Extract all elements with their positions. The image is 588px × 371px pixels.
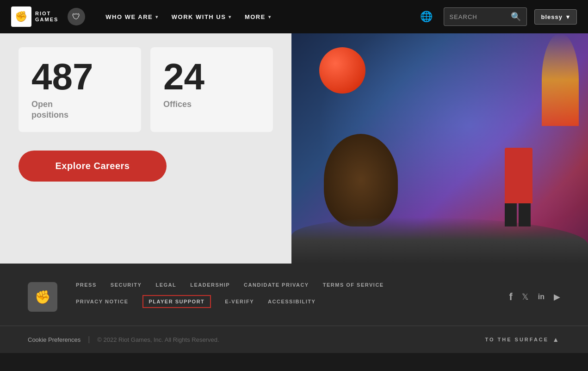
twitter-icon[interactable]: 𝕏 bbox=[522, 292, 529, 302]
search-input[interactable] bbox=[450, 13, 507, 20]
navbar: ✊ RIOT GAMES 🛡 WHO WE ARE ▾ WORK WITH US… bbox=[0, 0, 588, 33]
scene-ball bbox=[319, 47, 365, 94]
open-positions-label: Open positions bbox=[31, 99, 68, 121]
footer-bottom: Cookie Preferences | © 2022 Riot Games, … bbox=[28, 326, 560, 353]
creature-body bbox=[324, 134, 398, 226]
footer-link-player-support[interactable]: PLAYER SUPPORT bbox=[142, 295, 211, 308]
nav-shield-icon[interactable]: 🛡 bbox=[68, 8, 85, 25]
footer-links-row-1: PRESS SECURITY LEGAL LEADERSHIP CANDIDAT… bbox=[76, 282, 509, 288]
footer-nav: ✊ PRESS SECURITY LEGAL LEADERSHIP CANDID… bbox=[28, 282, 560, 326]
riot-games-logo-icon: ✊ bbox=[11, 6, 31, 27]
stat-card-positions: 487 Open positions bbox=[19, 47, 141, 132]
linkedin-icon[interactable]: in bbox=[538, 293, 545, 301]
facebook-icon[interactable]: f bbox=[509, 291, 512, 303]
footer: ✊ PRESS SECURITY LEGAL LEADERSHIP CANDID… bbox=[0, 264, 588, 353]
girl-leg-left bbox=[505, 203, 517, 226]
cookie-preferences-link[interactable]: Cookie Preferences bbox=[28, 336, 80, 343]
search-bar[interactable]: 🔍 bbox=[444, 7, 527, 26]
user-menu[interactable]: blessy ▾ bbox=[534, 9, 577, 25]
nav-link-work-with-us[interactable]: WORK WITH US ▾ bbox=[166, 10, 237, 24]
scene-fire bbox=[542, 33, 579, 126]
footer-bottom-left: Cookie Preferences | © 2022 Riot Games, … bbox=[28, 335, 219, 344]
scene-creature bbox=[315, 88, 407, 226]
stats-row: 487 Open positions 24 Offices bbox=[19, 47, 273, 132]
footer-social: f 𝕏 in ▶ bbox=[509, 291, 560, 303]
up-arrow-icon: ▲ bbox=[552, 336, 560, 343]
globe-icon[interactable]: 🌐 bbox=[416, 7, 436, 26]
footer-link-security[interactable]: SECURITY bbox=[111, 282, 142, 288]
footer-links-row-2: PRIVACY NOTICE PLAYER SUPPORT E-VERIFY A… bbox=[76, 295, 509, 308]
back-to-top-label: TO THE SURFACE bbox=[485, 337, 549, 342]
nav-link-more[interactable]: MORE ▾ bbox=[239, 10, 277, 24]
user-name: blessy bbox=[541, 13, 563, 20]
back-to-top-button[interactable]: TO THE SURFACE ▲ bbox=[485, 336, 560, 343]
scene-girl bbox=[505, 148, 532, 226]
offices-label: Offices bbox=[163, 99, 192, 110]
chevron-down-icon: ▾ bbox=[229, 14, 232, 19]
footer-link-accessibility[interactable]: ACCESSIBILITY bbox=[268, 299, 316, 304]
nav-link-who-we-are[interactable]: WHO WE ARE ▾ bbox=[100, 10, 164, 24]
girl-legs bbox=[505, 203, 532, 226]
footer-link-e-verify[interactable]: E-VERIFY bbox=[225, 299, 254, 304]
search-icon[interactable]: 🔍 bbox=[511, 12, 521, 22]
footer-link-leadership[interactable]: LEADERSHIP bbox=[190, 282, 230, 288]
youtube-icon[interactable]: ▶ bbox=[554, 292, 560, 302]
copyright-text: © 2022 Riot Games, Inc. All Rights Reser… bbox=[97, 336, 219, 343]
footer-links-container: PRESS SECURITY LEGAL LEADERSHIP CANDIDAT… bbox=[76, 282, 509, 312]
chevron-down-icon: ▾ bbox=[155, 14, 159, 19]
riot-games-logo-text: RIOT GAMES bbox=[35, 11, 58, 23]
offices-number: 24 bbox=[163, 58, 204, 95]
chevron-down-icon: ▾ bbox=[566, 13, 570, 20]
nav-links: WHO WE ARE ▾ WORK WITH US ▾ MORE ▾ bbox=[100, 10, 409, 24]
stat-card-offices: 24 Offices bbox=[150, 47, 273, 132]
footer-link-terms[interactable]: TERMS OF SERVICE bbox=[323, 282, 384, 288]
left-section: 487 Open positions 24 Offices Explore Ca… bbox=[0, 33, 291, 264]
right-section-image bbox=[291, 33, 588, 264]
chevron-down-icon: ▾ bbox=[268, 14, 272, 19]
main-content: 487 Open positions 24 Offices Explore Ca… bbox=[0, 33, 588, 264]
footer-link-press[interactable]: PRESS bbox=[76, 282, 97, 288]
girl-body bbox=[505, 148, 532, 203]
vertical-divider: | bbox=[88, 335, 90, 344]
footer-link-legal[interactable]: LEGAL bbox=[155, 282, 176, 288]
footer-link-privacy-notice[interactable]: PRIVACY NOTICE bbox=[76, 299, 129, 304]
footer-logo[interactable]: ✊ bbox=[28, 282, 57, 312]
girl-leg-right bbox=[519, 203, 531, 226]
footer-link-candidate-privacy[interactable]: CANDIDATE PRIVACY bbox=[244, 282, 309, 288]
open-positions-number: 487 bbox=[31, 58, 93, 95]
nav-logo[interactable]: ✊ RIOT GAMES bbox=[11, 6, 58, 27]
explore-careers-button[interactable]: Explore Careers bbox=[19, 151, 167, 182]
